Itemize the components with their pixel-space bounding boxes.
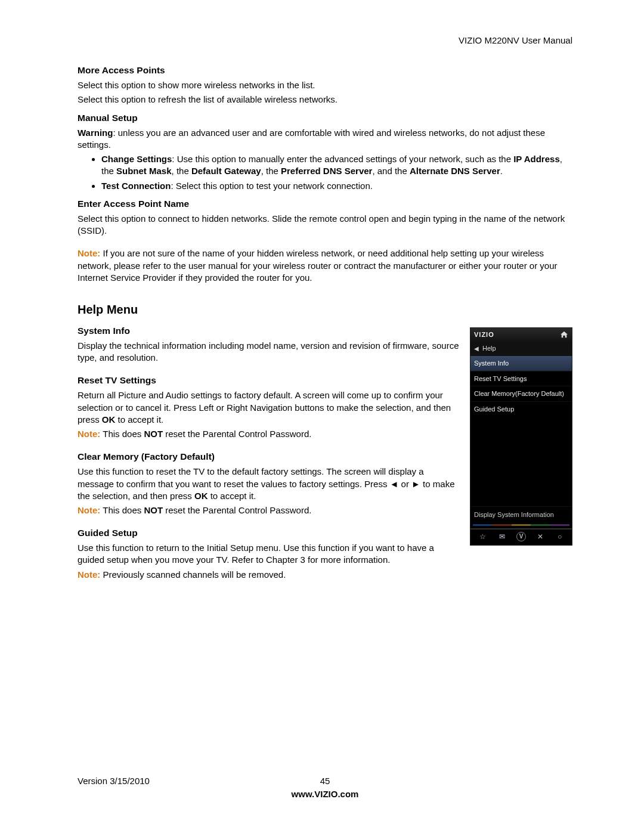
osd-breadcrumb-label: Help [482, 344, 496, 353]
warning-label: Warning [78, 128, 113, 138]
note-label: Note: [78, 248, 100, 258]
osd-brand: VIZIO [474, 330, 494, 339]
osd-item-reset-tv: Reset TV Settings [470, 371, 572, 386]
osd-hint: Display System Information [470, 506, 572, 524]
more-access-points-line1: Select this option to show more wireless… [78, 79, 572, 91]
osd-button-bar: V [470, 528, 572, 545]
osd-breadcrumb: ◀ Help [470, 342, 572, 355]
guided-setup-text: Use this function to return to the Initi… [78, 542, 572, 566]
manual-setup-bullet-2: Test Connection: Select this option to t… [101, 180, 572, 192]
back-triangle-icon: ◀ [474, 345, 479, 353]
star-icon [477, 532, 488, 541]
x-icon [535, 532, 546, 541]
v-button-icon: V [516, 532, 526, 541]
guided-setup-note: Note: Previously scanned channels will b… [78, 569, 572, 581]
hidden-note-text: If you are not sure of the name of your … [78, 248, 558, 283]
manual-setup-warning: Warning: unless you are an advanced user… [78, 127, 572, 151]
warning-text: : unless you are an advanced user and ar… [78, 128, 545, 150]
hidden-network-note: Note: If you are not sure of the name of… [78, 247, 572, 284]
more-access-points-line2: Select this option to refresh the list o… [78, 94, 572, 106]
enter-ap-text: Select this option to connect to hidden … [78, 213, 572, 237]
more-access-points-heading: More Access Points [78, 64, 572, 77]
osd-item-guided-setup: Guided Setup [470, 401, 572, 417]
osd-item-system-info: System Info [470, 355, 572, 371]
manual-setup-bullet-1: Change Settings: Use this option to manu… [101, 153, 572, 178]
message-icon [497, 532, 507, 541]
circle-icon [555, 532, 565, 541]
footer-url: www.VIZIO.com [78, 788, 572, 800]
footer-version: Version 3/15/2010 [78, 775, 150, 787]
doc-title: VIZIO M220NV User Manual [78, 35, 572, 47]
manual-setup-heading: Manual Setup [78, 112, 572, 125]
enter-ap-heading: Enter Access Point Name [78, 198, 572, 210]
footer-page-number: 45 [320, 775, 330, 787]
osd-filler [470, 417, 572, 506]
home-icon [560, 331, 568, 338]
page-footer: Version 3/15/2010 45 www.VIZIO.com [78, 775, 572, 801]
help-menu-heading: Help Menu [78, 302, 572, 318]
osd-screenshot: VIZIO ◀ Help System Info Reset TV Settin… [470, 327, 572, 546]
osd-item-clear-memory: Clear Memory(Factory Default) [470, 386, 572, 401]
